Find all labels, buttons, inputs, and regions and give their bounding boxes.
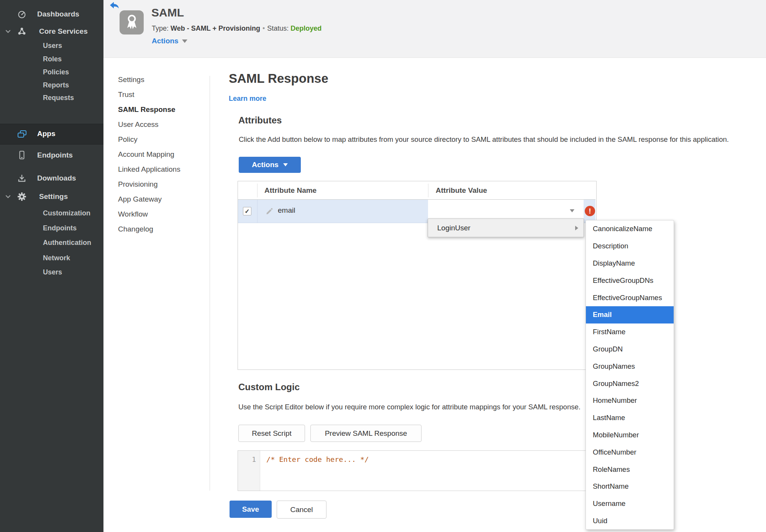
- app-title: SAML: [151, 6, 184, 19]
- sidebar-item-users-settings[interactable]: Users: [43, 268, 62, 276]
- custom-logic-description: Use the Script Editor below if you requi…: [238, 403, 581, 411]
- app-header: SAML Type: Web - SAML + Provisioning•Sta…: [103, 0, 766, 58]
- menu-option[interactable]: RoleNames: [586, 461, 674, 478]
- menu-option[interactable]: EffectiveGroupDNs: [586, 272, 674, 289]
- value-menu-loginuser[interactable]: LoginUser: [428, 218, 584, 237]
- sidebar-item-label: Endpoints: [37, 151, 73, 159]
- sidebar-item-downloads[interactable]: Downloads: [0, 171, 103, 186]
- gear-icon: [17, 192, 27, 202]
- error-icon: !: [585, 206, 595, 216]
- editor-gutter: 1: [238, 451, 260, 491]
- vertical-divider: [210, 76, 210, 491]
- column-divider: [257, 184, 258, 197]
- header-actions-menu[interactable]: Actions: [152, 37, 187, 45]
- download-icon: [17, 173, 27, 183]
- tab-linked-applications[interactable]: Linked Applications: [118, 162, 180, 177]
- save-button[interactable]: Save: [230, 501, 272, 518]
- reset-script-button[interactable]: Reset Script: [238, 425, 305, 442]
- type-label: Type:: [152, 25, 169, 32]
- sidebar-item-authentication[interactable]: Authentication: [43, 239, 91, 247]
- gauge-icon: [17, 9, 27, 19]
- sidebar-item-customization[interactable]: Customization: [43, 209, 90, 217]
- menu-option[interactable]: GroupDN: [586, 341, 674, 358]
- value-options-menu: CanonicalizeName Description DisplayName…: [586, 220, 674, 530]
- attributes-description: Click the Add button below to map attrib…: [239, 135, 729, 144]
- attributes-actions-button[interactable]: Actions: [239, 157, 301, 173]
- row-checkbox[interactable]: ✓: [243, 207, 251, 215]
- sidebar-item-users[interactable]: Users: [43, 42, 62, 50]
- chevron-down-icon: [5, 193, 11, 200]
- sidebar-item-requests[interactable]: Requests: [43, 94, 74, 102]
- sidebar-item-settings[interactable]: Settings: [0, 189, 103, 204]
- sidebar-item-reports[interactable]: Reports: [43, 81, 69, 89]
- menu-option-selected[interactable]: Email: [586, 306, 674, 323]
- sidebar-item-label: Settings: [39, 192, 68, 201]
- script-editor[interactable]: 1 /* Enter code here... */: [238, 450, 597, 491]
- attribute-name-cell: email: [278, 206, 295, 215]
- column-header-attribute-name: Attribute Name: [264, 186, 317, 195]
- tab-provisioning[interactable]: Provisioning: [118, 177, 158, 192]
- menu-option[interactable]: ShortName: [586, 478, 674, 495]
- page-title: SAML Response: [229, 71, 328, 86]
- sidebar-item-network[interactable]: Network: [43, 254, 70, 262]
- tab-account-mapping[interactable]: Account Mapping: [118, 147, 174, 162]
- type-value: Web - SAML + Provisioning: [171, 25, 260, 32]
- actions-label: Actions: [152, 37, 179, 45]
- menu-option[interactable]: MobileNumber: [586, 427, 674, 444]
- menu-option[interactable]: OfficeNumber: [586, 443, 674, 461]
- endpoint-icon: [17, 150, 27, 160]
- submenu-arrow-icon: [575, 226, 578, 230]
- sidebar-item-label: Apps: [37, 130, 56, 138]
- sidebar-item-dashboards[interactable]: Dashboards: [0, 7, 103, 21]
- learn-more-link[interactable]: Learn more: [229, 95, 266, 103]
- menu-option[interactable]: Uuid: [586, 512, 674, 530]
- tab-user-access[interactable]: User Access: [118, 117, 159, 132]
- sidebar-item-endpoints[interactable]: Endpoints: [0, 148, 103, 163]
- tab-workflow[interactable]: Workflow: [118, 207, 148, 222]
- sidebar-item-label: Dashboards: [37, 10, 79, 18]
- menu-option[interactable]: DisplayName: [586, 255, 674, 272]
- menu-option[interactable]: CanonicalizeName: [586, 220, 674, 238]
- editor-code-line: /* Enter code here... */: [266, 455, 369, 463]
- status-label: Status:: [267, 25, 289, 32]
- column-divider: [428, 184, 428, 197]
- attributes-heading: Attributes: [238, 115, 282, 126]
- tab-settings[interactable]: Settings: [118, 72, 144, 87]
- cancel-button[interactable]: Cancel: [277, 501, 326, 519]
- tab-trust[interactable]: Trust: [118, 87, 135, 102]
- tab-saml-response[interactable]: SAML Response: [118, 102, 176, 117]
- menu-option[interactable]: Description: [586, 238, 674, 255]
- menu-option[interactable]: LastName: [586, 409, 674, 427]
- tab-app-gateway[interactable]: App Gateway: [118, 192, 162, 207]
- sidebar-item-label: Downloads: [37, 174, 76, 182]
- tab-changelog[interactable]: Changelog: [118, 222, 153, 236]
- caret-down-icon: [283, 163, 288, 166]
- tab-policy[interactable]: Policy: [118, 132, 138, 147]
- sidebar-item-policies[interactable]: Policies: [43, 68, 69, 76]
- menu-option[interactable]: FirstName: [586, 323, 674, 341]
- main-sidebar: Dashboards Core Services Users Roles Pol…: [0, 0, 103, 532]
- menu-option[interactable]: GroupNames2: [586, 375, 674, 392]
- edit-pencil-icon[interactable]: [266, 207, 273, 215]
- sidebar-item-roles[interactable]: Roles: [43, 55, 62, 63]
- caret-down-icon: [570, 209, 574, 212]
- app-meta: Type: Web - SAML + Provisioning•Status: …: [152, 25, 321, 33]
- menu-option[interactable]: Username: [586, 495, 674, 512]
- sidebar-item-core-services[interactable]: Core Services: [0, 24, 103, 39]
- admin-portal-page: Dashboards Core Services Users Roles Pol…: [0, 0, 766, 532]
- menu-option[interactable]: EffectiveGroupNames: [586, 289, 674, 306]
- menu-item-label: LoginUser: [437, 224, 471, 232]
- sidebar-item-apps-active[interactable]: Apps: [0, 124, 103, 144]
- menu-option[interactable]: HomeNumber: [586, 392, 674, 409]
- sidebar-item-endpoints-settings[interactable]: Endpoints: [43, 224, 77, 232]
- apps-icon: [17, 129, 27, 139]
- meta-separator: •: [260, 25, 267, 32]
- back-arrow-icon[interactable]: [110, 2, 120, 10]
- menu-option[interactable]: GroupNames: [586, 358, 674, 375]
- core-services-icon: [17, 26, 27, 36]
- actions-button-label: Actions: [252, 161, 279, 169]
- status-badge: Deployed: [290, 25, 321, 32]
- preview-saml-response-button[interactable]: Preview SAML Response: [310, 425, 422, 442]
- custom-logic-heading: Custom Logic: [238, 382, 300, 392]
- cell-divider: [257, 200, 258, 223]
